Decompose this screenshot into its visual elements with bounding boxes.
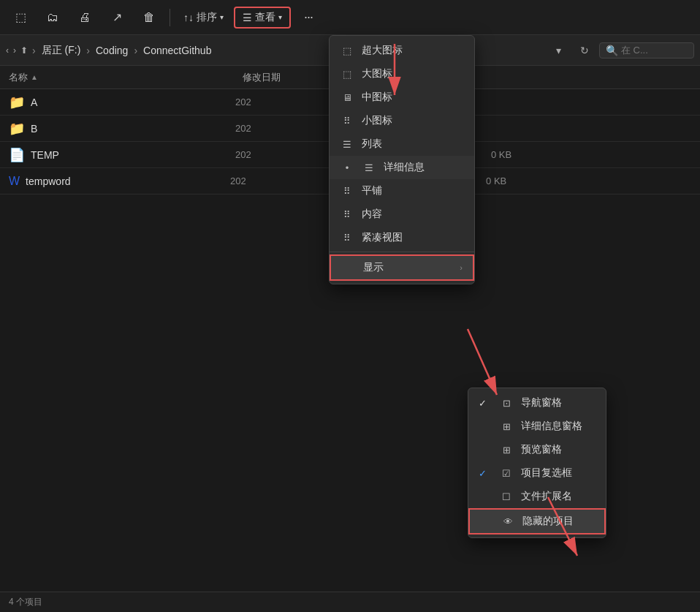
dropdown-btn[interactable]: ▾ bbox=[547, 40, 570, 61]
display-label: 显示 bbox=[363, 261, 452, 274]
menu-item-display[interactable]: 显示 › bbox=[330, 254, 474, 281]
file-name: B bbox=[31, 123, 235, 135]
large-icon: ⬚ bbox=[340, 69, 354, 80]
cut-icon: 🗂 bbox=[47, 11, 58, 24]
tiles-label: 平铺 bbox=[362, 184, 464, 197]
status-bar: 4 个项目 bbox=[0, 592, 700, 612]
file-name: tempword bbox=[26, 175, 230, 187]
menu-item-content[interactable]: ⠿ 内容 bbox=[330, 203, 474, 226]
small-icon: ⠿ bbox=[340, 116, 354, 126]
compact-icon: ⠿ bbox=[340, 233, 354, 243]
col-name-header[interactable]: 名称 ▲ bbox=[9, 71, 243, 84]
status-text: 4 个项目 bbox=[9, 596, 42, 608]
menu-item-medium[interactable]: 🖥 中图标 bbox=[330, 86, 474, 109]
divider bbox=[170, 9, 170, 26]
menu-item-details[interactable]: • ☰ 详细信息 bbox=[330, 156, 474, 179]
sort-button[interactable]: ↑↓ 排序 ▾ bbox=[176, 8, 231, 27]
content-icon: ⠿ bbox=[340, 209, 354, 220]
back-icon[interactable]: ‹ bbox=[6, 45, 9, 56]
sort-label: 排序 bbox=[197, 11, 217, 24]
menu-item-list[interactable]: ☰ 列表 bbox=[330, 132, 474, 156]
detail-pane-label: 详细信息窗格 bbox=[521, 420, 596, 433]
search-input[interactable] bbox=[621, 45, 687, 56]
file-name: TEMP bbox=[31, 149, 235, 161]
view-label: 查看 bbox=[255, 11, 275, 24]
menu-item-hidden-items[interactable]: 👁 隐藏的项目 bbox=[468, 508, 606, 534]
more-icon: ··· bbox=[304, 10, 313, 25]
folder-icon: 📁 bbox=[9, 94, 25, 110]
share-icon: ↗ bbox=[113, 10, 122, 24]
forward-icon[interactable]: › bbox=[13, 45, 16, 56]
menu-item-extra-large[interactable]: ⬚ 超大图标 bbox=[330, 39, 474, 62]
more-button[interactable]: ··· bbox=[294, 4, 323, 31]
cut-btn[interactable]: 🗂 bbox=[38, 4, 67, 31]
nav-pane-icon: ⊡ bbox=[499, 398, 514, 409]
breadcrumb-folder2[interactable]: ConnectGithub bbox=[140, 43, 214, 58]
print-btn[interactable]: 🖨 bbox=[70, 4, 99, 31]
address-controls: ▾ ↻ 🔍 bbox=[547, 40, 694, 61]
sort-arrow-icon: ▲ bbox=[31, 73, 38, 81]
menu-item-detail-pane[interactable]: ⊞ 详细信息窗格 bbox=[468, 415, 606, 438]
menu-item-small[interactable]: ⠿ 小图标 bbox=[330, 109, 474, 132]
menu-item-nav-pane[interactable]: ✓ ⊡ 导航窗格 bbox=[468, 391, 606, 415]
file-ext-label: 文件扩展名 bbox=[521, 490, 596, 503]
copy-icon: ⬚ bbox=[15, 10, 26, 24]
sort-chevron-icon: ▾ bbox=[220, 13, 224, 21]
extra-large-label: 超大图标 bbox=[362, 44, 464, 57]
file-size: 0 KB bbox=[491, 149, 564, 160]
breadcrumb-folder1[interactable]: Coding bbox=[93, 43, 131, 58]
details-icon: ☰ bbox=[362, 162, 376, 173]
content-label: 内容 bbox=[362, 208, 464, 221]
word-icon: W bbox=[9, 175, 20, 188]
menu-item-large[interactable]: ⬚ 大图标 bbox=[330, 62, 474, 86]
medium-label: 中图标 bbox=[362, 91, 464, 104]
up-icon[interactable]: ⬆ bbox=[20, 45, 28, 56]
dropdown-icon: ▾ bbox=[556, 45, 561, 56]
compact-label: 紧凑视图 bbox=[362, 231, 464, 244]
menu-item-preview-pane[interactable]: ⊞ 预览窗格 bbox=[468, 438, 606, 461]
preview-pane-label: 预览窗格 bbox=[521, 443, 596, 456]
menu-item-compact[interactable]: ⠿ 紧凑视图 bbox=[330, 226, 474, 249]
menu-item-file-ext[interactable]: ☐ 文件扩展名 bbox=[468, 485, 606, 508]
view-lines-icon: ☰ bbox=[243, 12, 252, 23]
menu-divider bbox=[330, 252, 474, 252]
copy-btn[interactable]: ⬚ bbox=[6, 4, 35, 31]
large-label: 大图标 bbox=[362, 67, 464, 80]
nav-pane-check-icon: ✓ bbox=[479, 398, 492, 409]
share-btn[interactable]: ↗ bbox=[102, 4, 132, 31]
delete-btn[interactable]: 🗑 bbox=[134, 4, 164, 31]
doc-icon: 📄 bbox=[9, 147, 25, 163]
breadcrumb-chevron: › bbox=[32, 45, 36, 56]
refresh-icon: ↻ bbox=[580, 45, 589, 56]
details-label: 详细信息 bbox=[384, 161, 464, 174]
extra-large-icon: ⬚ bbox=[340, 45, 354, 56]
menu-item-item-checkbox[interactable]: ✓ ☑ 项目复选框 bbox=[468, 461, 606, 485]
item-checkbox-label: 项目复选框 bbox=[521, 466, 596, 480]
folder-icon: 📁 bbox=[9, 121, 25, 137]
refresh-btn[interactable]: ↻ bbox=[573, 40, 596, 61]
breadcrumb-sep2: › bbox=[134, 45, 137, 56]
search-box[interactable]: 🔍 bbox=[599, 42, 694, 58]
view-button[interactable]: ☰ 查看 ▾ bbox=[234, 7, 291, 29]
delete-icon: 🗑 bbox=[143, 11, 155, 24]
tiles-icon: ⠿ bbox=[340, 186, 354, 197]
small-label: 小图标 bbox=[362, 114, 464, 127]
breadcrumb-drive[interactable]: 居正 (F:) bbox=[39, 42, 84, 58]
item-checkbox-check-icon: ✓ bbox=[479, 468, 492, 479]
breadcrumb-sep1: › bbox=[86, 45, 90, 56]
list-icon: ☰ bbox=[340, 139, 354, 150]
nav-pane-label: 导航窗格 bbox=[521, 396, 596, 409]
details-bullet: • bbox=[340, 162, 354, 173]
hidden-items-label: 隐藏的项目 bbox=[522, 515, 594, 528]
submenu-arrow-icon: › bbox=[460, 263, 463, 272]
view-dropdown-menu: ⬚ 超大图标 ⬚ 大图标 🖥 中图标 ⠿ 小图标 ☰ 列表 • ☰ 详细信息 ⠿… bbox=[329, 35, 475, 284]
hidden-items-icon: 👁 bbox=[501, 516, 515, 527]
toolbar: ⬚ 🗂 🖨 ↗ 🗑 ↑↓ 排序 ▾ ☰ 查看 ▾ ··· bbox=[0, 0, 700, 35]
display-submenu: ✓ ⊡ 导航窗格 ⊞ 详细信息窗格 ⊞ 预览窗格 ✓ ☑ 项目复选框 ☐ 文件扩… bbox=[468, 388, 606, 538]
list-label: 列表 bbox=[362, 137, 464, 151]
medium-icon: 🖥 bbox=[340, 92, 354, 103]
view-chevron-icon: ▾ bbox=[278, 13, 282, 21]
preview-pane-icon: ⊞ bbox=[499, 445, 514, 456]
detail-pane-icon: ⊞ bbox=[499, 421, 514, 432]
menu-item-tiles[interactable]: ⠿ 平铺 bbox=[330, 179, 474, 203]
